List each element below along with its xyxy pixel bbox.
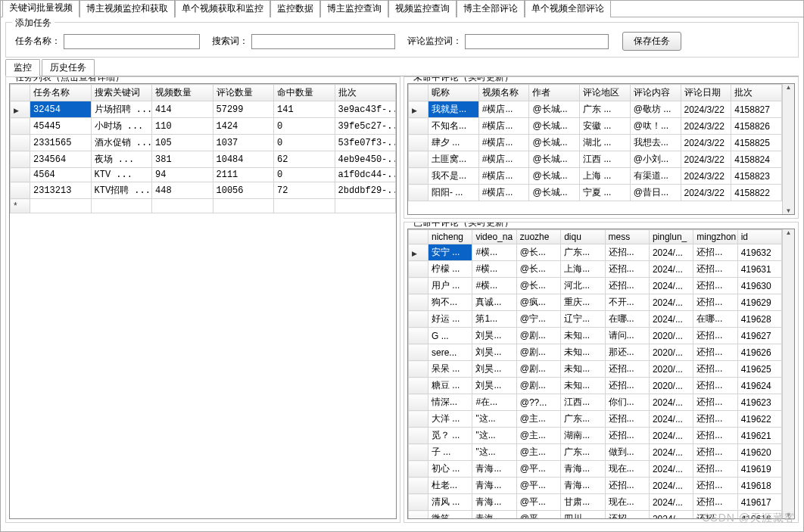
column-header[interactable]: 批次 xyxy=(335,85,396,101)
table-row[interactable]: 2313213KTV招聘 ...44810056722bddbf29-... xyxy=(11,182,396,199)
table-row[interactable]: 清风 ...青海...@平...甘肃...现在...2024/...还招...4… xyxy=(409,494,782,511)
table-row[interactable]: 土匪窝...#横店...@长城...江西 ...@小刘...2024/3/224… xyxy=(409,151,782,168)
monitor-word-input[interactable] xyxy=(465,34,609,49)
miss-comments-grid[interactable]: 昵称视频名称作者评论地区评论内容评论日期批次我就是...#横店...@长城...… xyxy=(407,83,795,215)
column-header[interactable]: mess xyxy=(605,230,649,244)
table-row[interactable]: G ...刘昊...@剧...未知...请问...2020/...还招...41… xyxy=(409,328,782,344)
table-row[interactable]: 情深...#在...@??...江西...你们...2024/...还招...4… xyxy=(409,394,782,411)
table-row[interactable]: 杜老...青海...@平...青海...还招...2024/...还招...41… xyxy=(409,478,782,494)
main-tab[interactable]: 博主视频监控和获取 xyxy=(79,0,175,17)
column-header[interactable]: zuozhe xyxy=(516,230,560,244)
column-header[interactable]: id xyxy=(737,230,781,244)
save-task-button[interactable]: 保存任务 xyxy=(622,32,681,51)
task-list-panel: 任务列表（点击查看详细） 任务名称搜索关键词视频数量评论数量命中数量批次3245… xyxy=(5,76,400,523)
column-header[interactable]: 昵称 xyxy=(428,85,479,101)
column-header[interactable]: 作者 xyxy=(529,85,580,101)
table-row[interactable]: 好运 ...第1...@宁...辽宁...在哪...2024/...在哪...4… xyxy=(409,311,782,328)
table-row[interactable]: 我就是...#横店...@长城...广东 ...@敬坊 ...2024/3/22… xyxy=(409,101,782,118)
hit-comments-panel: 已命中评论（实时更新） nichengvideo_nazuozhediqumes… xyxy=(404,222,799,523)
column-header[interactable]: 搜索关键词 xyxy=(91,85,152,101)
column-header[interactable]: nicheng xyxy=(428,230,472,244)
column-header[interactable]: video_na xyxy=(472,230,516,244)
table-row[interactable]: 32454片场招聘 ...414572991413e9ac43f-... xyxy=(11,101,396,118)
table-row[interactable]: 大洋 ..."这...@主...广东...还招...2024/...还招...4… xyxy=(409,411,782,428)
main-tab[interactable]: 单个视频获取和监控 xyxy=(175,0,270,17)
main-tab[interactable]: 博主监控查询 xyxy=(320,0,388,17)
column-header[interactable]: 评论日期 xyxy=(681,85,731,101)
column-header[interactable]: 视频数量 xyxy=(152,85,213,101)
main-tab[interactable]: 关键词批量视频 xyxy=(2,0,79,17)
sub-tab[interactable]: 监控 xyxy=(5,59,40,76)
table-row[interactable]: 初心 ...青海...@平...青海...现在...2024/...还招...4… xyxy=(409,461,782,478)
column-header[interactable]: 视频名称 xyxy=(478,85,529,101)
main-tab[interactable]: 监控数据 xyxy=(270,0,320,17)
column-header[interactable]: 评论地区 xyxy=(580,85,631,101)
main-tabs: 关键词批量视频博主视频监控和获取单个视频获取和监控监控数据博主监控查询视频监控查… xyxy=(1,1,803,17)
table-row[interactable]: 呆呆 ...刘昊...@剧...未知...还招...2020/...还招...4… xyxy=(409,361,782,378)
column-header[interactable]: pinglun_ xyxy=(649,230,693,244)
search-word-input[interactable] xyxy=(251,34,395,49)
main-tab[interactable]: 单个视频全部评论 xyxy=(525,0,611,17)
table-row[interactable]: sere...刘昊...@剧...未知...那还...2020/...还招...… xyxy=(409,344,782,361)
main-tab[interactable]: 博主全部评论 xyxy=(457,0,525,17)
column-header[interactable]: 任务名称 xyxy=(30,85,92,101)
table-row[interactable]: 用户 ...#横...@长...河北...还招...2024/...还招...4… xyxy=(409,278,782,294)
sub-tab[interactable]: 历史任务 xyxy=(42,59,95,76)
miss-comments-panel: 未命中评论（实时更新） 昵称视频名称作者评论地区评论内容评论日期批次我就是...… xyxy=(404,76,799,219)
table-row[interactable]: 子 ..."这...@主...广东...做到...2024/...还招...41… xyxy=(409,444,782,461)
table-row[interactable]: 不知名...#横店...@长城...安徽 ...@呔！...2024/3/224… xyxy=(409,118,782,135)
main-tab[interactable]: 视频监控查询 xyxy=(388,0,457,17)
table-row[interactable]: 觅？ ..."这...@主...湖南...还招...2024/...还招...4… xyxy=(409,428,782,444)
search-word-label: 搜索词： xyxy=(212,35,248,48)
column-header[interactable]: diqu xyxy=(561,230,605,244)
table-row[interactable]: 我不是...#横店...@长城...上海 ...有渠道...2024/3/224… xyxy=(409,168,782,185)
table-row[interactable]: 狗不...真诚...@疯...重庆...不开...2024/...还招...41… xyxy=(409,294,782,311)
column-header[interactable]: 批次 xyxy=(731,85,782,101)
table-row[interactable]: 柠檬 ...#横...@长...上海...还招...2024/...还招...4… xyxy=(409,261,782,278)
sub-tabs: 监控历史任务 xyxy=(5,59,799,76)
column-header[interactable]: mingzhon xyxy=(693,230,737,244)
table-row[interactable]: 阳阳- ...#横店...@长城...宁夏 ...@昔日...2024/3/22… xyxy=(409,185,782,201)
column-header[interactable]: 评论数量 xyxy=(213,85,274,101)
table-row[interactable]: 234564夜场 ...38110484624eb9e450-... xyxy=(11,151,396,168)
column-header[interactable]: 命中数量 xyxy=(274,85,335,101)
table-row[interactable]: 糖豆 ...刘昊...@剧...未知...还招...2020/...还招...4… xyxy=(409,378,782,394)
add-task-group: 添加任务 任务名称： 搜索词： 评论监控词： 保存任务 xyxy=(5,22,799,58)
task-list-grid[interactable]: 任务名称搜索关键词视频数量评论数量命中数量批次32454片场招聘 ...4145… xyxy=(9,83,397,519)
hit-comments-grid[interactable]: nichengvideo_nazuozhediqumesspinglun_min… xyxy=(407,229,795,519)
column-header[interactable]: 评论内容 xyxy=(630,85,681,101)
table-row[interactable]: 4564KTV ...9421110a1f0dc44-... xyxy=(11,168,396,182)
monitor-word-label: 评论监控词： xyxy=(407,35,462,48)
add-task-legend: 添加任务 xyxy=(12,17,55,30)
task-name-input[interactable] xyxy=(64,34,200,49)
task-name-label: 任务名称： xyxy=(15,35,61,48)
scrollbar-v[interactable] xyxy=(782,229,794,518)
table-row[interactable]: 2331565酒水促销 ...1051037053fe07f3-... xyxy=(11,135,396,151)
table-row[interactable]: 肆夕 ...#横店...@长城...湖北 ...我想去...2024/3/224… xyxy=(409,135,782,151)
table-row[interactable]: 微笑 ...青海...@平...四川...还招...2024/...还招...4… xyxy=(409,511,782,520)
table-row[interactable]: 安宁 ...#横...@长...广东...还招...2024/...还招...4… xyxy=(409,244,782,261)
scrollbar-v[interactable] xyxy=(782,84,794,214)
table-row[interactable]: 45445小时场 ...1101424039fe5c27-... xyxy=(11,118,396,135)
